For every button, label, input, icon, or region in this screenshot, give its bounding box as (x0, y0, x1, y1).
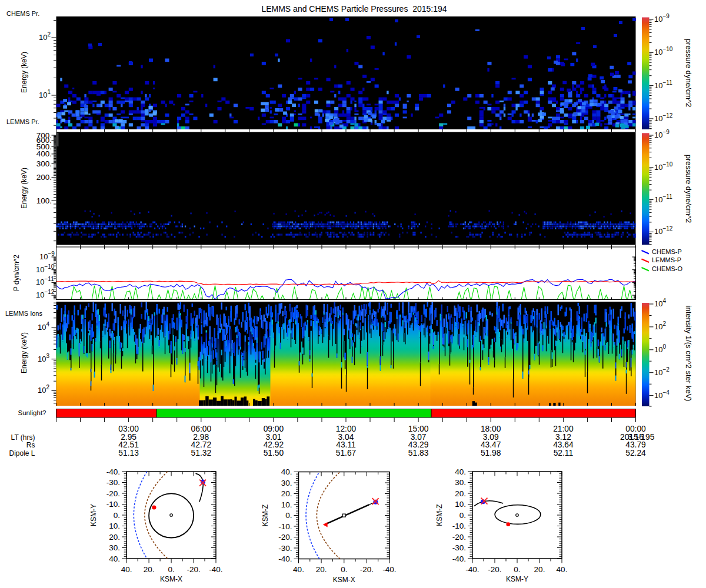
svg-text:51.32: 51.32 (191, 449, 212, 457)
svg-text:-20.: -20. (187, 565, 200, 574)
svg-text:51.83: 51.83 (408, 449, 429, 457)
svg-text:-10.: -10. (278, 522, 292, 531)
svg-text:20.: 20. (281, 489, 292, 498)
svg-text:15:00: 15:00 (408, 425, 429, 433)
svg-text:30.: 30. (455, 478, 466, 487)
svg-text:Rs: Rs (26, 441, 35, 449)
svg-text:LEMMS-P: LEMMS-P (652, 256, 681, 263)
svg-text:51.50: 51.50 (264, 449, 284, 457)
svg-text:-20.: -20. (452, 533, 466, 542)
svg-text:40.: 40. (293, 565, 304, 574)
svg-text:20.: 20. (534, 565, 545, 574)
svg-text:LEMMS Ions: LEMMS Ions (5, 310, 42, 317)
svg-text:P dyn/cm^2: P dyn/cm^2 (12, 255, 21, 291)
svg-text:-20.: -20. (360, 565, 374, 574)
svg-text:0.: 0. (341, 565, 347, 574)
svg-text:300.: 300. (36, 159, 52, 168)
svg-text:CHEMS-O: CHEMS-O (652, 265, 682, 272)
svg-text:40.: 40. (121, 565, 132, 574)
svg-text:03:00: 03:00 (118, 425, 139, 433)
svg-text:30.: 30. (109, 543, 120, 552)
svg-text:-30.: -30. (452, 543, 466, 552)
svg-text:KSM-Z: KSM-Z (261, 505, 269, 526)
svg-text:18:00: 18:00 (481, 425, 501, 433)
svg-text:0.: 0. (168, 565, 174, 574)
svg-text:00:00: 00:00 (625, 425, 646, 433)
svg-text:2015-195: 2015-195 (620, 433, 655, 442)
svg-text:KSM-Y: KSM-Y (89, 504, 98, 526)
svg-text:30.: 30. (281, 479, 292, 487)
svg-text:12:00: 12:00 (336, 425, 357, 433)
svg-text:Sunlight?: Sunlight? (18, 409, 46, 416)
svg-text:intensity 1/(s cm^2 ster keV): intensity 1/(s cm^2 ster keV) (684, 306, 693, 402)
svg-text:-40.: -40. (209, 565, 222, 574)
svg-text:-10.: -10. (106, 500, 120, 509)
svg-text:40.: 40. (281, 467, 292, 476)
svg-text:CHEMS Pr.: CHEMS Pr. (6, 10, 39, 17)
svg-text:51.13: 51.13 (118, 449, 139, 457)
svg-text:KSM-X: KSM-X (333, 576, 355, 584)
svg-text:pressure dyne/cm^2: pressure dyne/cm^2 (684, 39, 693, 108)
svg-text:20.: 20. (316, 565, 327, 574)
svg-text:-40.: -40. (382, 565, 396, 574)
svg-text:40.: 40. (455, 467, 466, 476)
svg-text:51.67: 51.67 (336, 449, 357, 457)
svg-text:Energy (keV): Energy (keV) (20, 332, 28, 373)
svg-text:0.: 0. (459, 511, 466, 520)
svg-text:20.: 20. (455, 489, 466, 498)
svg-text:0.: 0. (514, 565, 520, 574)
svg-text:700.: 700. (36, 131, 52, 140)
svg-text:0.: 0. (285, 511, 292, 520)
svg-text:CHEMS-P: CHEMS-P (652, 248, 682, 255)
svg-text:-20.: -20. (278, 533, 292, 542)
svg-text:40.: 40. (557, 565, 568, 574)
svg-text:Energy (keV): Energy (keV) (20, 52, 28, 93)
svg-text:-40.: -40. (106, 467, 120, 476)
svg-text:-30.: -30. (278, 544, 292, 553)
svg-text:10.: 10. (109, 522, 120, 530)
svg-text:Dipole L: Dipole L (9, 449, 35, 457)
svg-text:0.: 0. (114, 511, 120, 520)
svg-text:06:00: 06:00 (191, 425, 212, 433)
svg-text:52.24: 52.24 (625, 449, 646, 457)
svg-text:40.: 40. (109, 554, 120, 563)
svg-text:LT (hrs): LT (hrs) (11, 433, 35, 442)
svg-text:20.: 20. (144, 565, 155, 574)
svg-text:10.: 10. (455, 500, 466, 509)
svg-text:-10.: -10. (452, 522, 466, 530)
svg-text:10.: 10. (281, 500, 292, 509)
svg-text:-40.: -40. (278, 554, 292, 563)
svg-text:-20.: -20. (488, 565, 501, 574)
svg-text:LEMMS and CHEMS Particle Press: LEMMS and CHEMS Particle Pressures 2015:… (261, 4, 447, 14)
svg-text:200.: 200. (36, 173, 52, 182)
svg-text:-40.: -40. (452, 554, 466, 563)
svg-text:Energy (keV): Energy (keV) (20, 168, 28, 209)
svg-text:51.98: 51.98 (481, 449, 501, 457)
svg-text:LEMMS Pr.: LEMMS Pr. (6, 118, 39, 125)
svg-text:09:00: 09:00 (264, 425, 284, 433)
svg-text:100.: 100. (36, 196, 52, 205)
svg-text:21:00: 21:00 (553, 425, 574, 433)
svg-text:-20.: -20. (106, 489, 120, 498)
svg-text:KSM-X: KSM-X (160, 575, 182, 583)
svg-text:KSM-Z: KSM-Z (435, 504, 444, 526)
svg-text:52.11: 52.11 (554, 449, 574, 457)
svg-text:pressure dyne/cm^2: pressure dyne/cm^2 (684, 155, 693, 223)
svg-text:-40.: -40. (465, 565, 479, 574)
svg-text:KSM-Y: KSM-Y (506, 575, 528, 583)
svg-text:-30.: -30. (106, 478, 120, 487)
svg-text:20.: 20. (109, 533, 120, 542)
